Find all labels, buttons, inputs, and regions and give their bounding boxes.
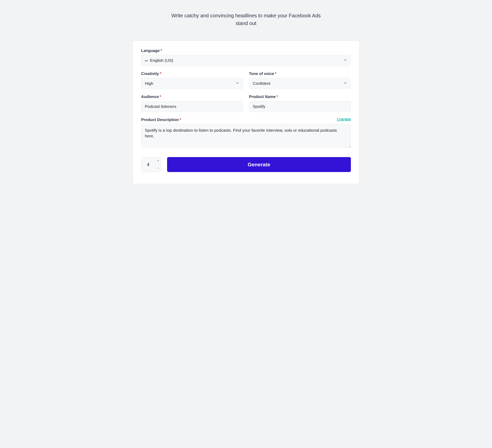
page-title: Write catchy and convincing headlines to… — [165, 12, 327, 27]
flag-icon: us — [145, 59, 148, 62]
quantity-value: 4 — [141, 157, 155, 172]
quantity-stepper[interactable]: 4 + − — [141, 157, 161, 172]
product-name-input[interactable] — [249, 101, 351, 112]
description-textarea[interactable] — [141, 124, 351, 148]
creativity-label: Creativity* — [141, 72, 243, 76]
language-label: Language* — [141, 48, 351, 53]
description-label: Product Description* — [141, 117, 181, 122]
language-value: English (US) — [150, 58, 173, 63]
audience-input[interactable] — [141, 101, 243, 112]
product-name-label: Product Name* — [249, 94, 351, 99]
description-counter: 116/400 — [337, 117, 351, 122]
tone-select[interactable]: Confident — [249, 78, 351, 89]
creativity-select[interactable]: High — [141, 78, 243, 89]
generate-button[interactable]: Generate — [167, 157, 351, 172]
minus-icon[interactable]: − — [155, 165, 161, 172]
plus-icon[interactable]: + — [155, 157, 161, 165]
language-select[interactable]: us English (US) — [141, 55, 351, 66]
creativity-value: High — [145, 81, 153, 86]
tone-label: Tone of voice* — [249, 72, 351, 76]
form-card: Language* us English (US) Creativity* — [133, 41, 359, 184]
tone-value: Confident — [253, 81, 270, 86]
audience-label: Audience* — [141, 94, 243, 99]
